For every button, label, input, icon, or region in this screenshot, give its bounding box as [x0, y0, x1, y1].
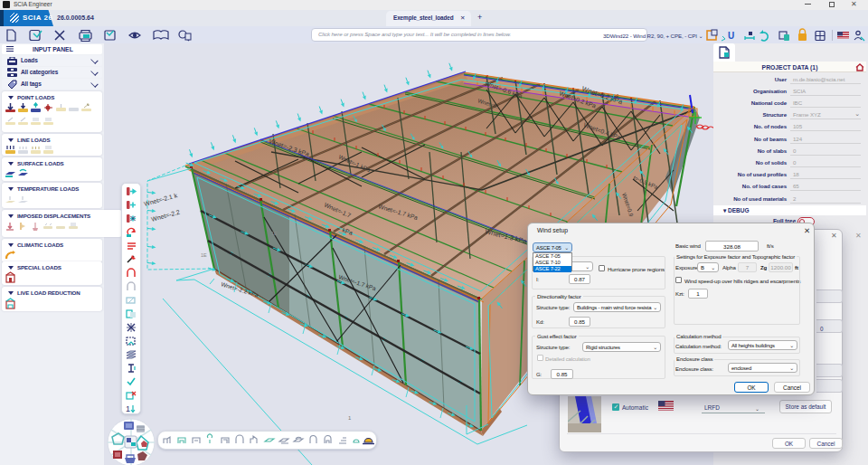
svg-text:1: 1: [126, 404, 130, 413]
svg-text:1E: 1E: [201, 252, 207, 258]
svg-text:U: U: [728, 31, 734, 41]
svg-text:1E: 1E: [271, 231, 278, 236]
